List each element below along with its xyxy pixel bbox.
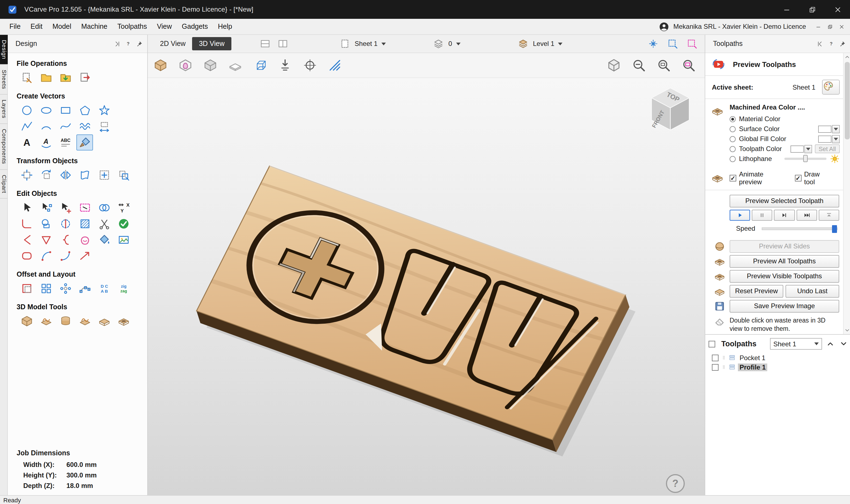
help-button[interactable]: ? [666,474,685,493]
draw-tool-checkbox[interactable] [795,175,801,181]
node-edit-tool-icon[interactable] [38,200,54,216]
layout-text-icon[interactable]: D CA B [96,281,112,296]
preview-all-sides-button[interactable]: Preview All Sides [730,240,839,253]
interactive-move-tool-icon[interactable] [57,200,74,216]
side-tab-sheets[interactable]: Sheets [0,65,8,95]
pin-icon[interactable] [136,40,143,47]
align-objects-icon[interactable] [96,167,112,183]
guides-toggle-icon[interactable] [666,37,680,50]
pin-icon[interactable] [839,40,846,47]
radio-button[interactable] [730,146,736,152]
rotate-object-icon[interactable] [38,167,54,183]
sheet-palette-button[interactable] [822,80,840,95]
menu-machine[interactable]: Machine [76,23,113,31]
drill-toggle-icon[interactable] [276,56,295,75]
radio-button[interactable] [730,126,736,132]
draw-dimension-icon[interactable] [96,119,112,134]
zoom-selection-icon[interactable] [679,56,698,75]
toolpath-checkbox[interactable] [712,364,719,371]
slider-handle[interactable] [803,155,808,162]
toolpath-row-pocket-1[interactable]: Pocket 1 [705,353,850,362]
draw-freehand-icon[interactable] [76,119,93,134]
smooth-tool-icon[interactable] [57,232,74,248]
level-dropdown[interactable]: Level 1 [516,37,563,50]
speed-slider[interactable] [762,227,837,230]
tab-3d-view[interactable]: 3D View [192,37,231,50]
split-horizontal-icon[interactable] [258,37,272,50]
datum-toggle-icon[interactable] [301,56,319,75]
open-file-icon[interactable] [38,70,54,86]
draw-polygon-icon[interactable] [76,102,93,119]
bitmap-tool-icon[interactable] [115,232,132,248]
side-tab-components[interactable]: Components [0,124,8,169]
preview-selected-toolpath-button[interactable]: Preview Selected Toolpath [730,195,839,208]
toolpath-sheet-select[interactable]: Sheet 1 [770,338,822,350]
nesting-icon[interactable]: zigzag [115,281,132,296]
radio-global-fill-color[interactable]: Global Fill Color [730,134,840,144]
menu-file[interactable]: File [4,23,25,31]
view-cube[interactable]: TOP FRONT [646,85,695,133]
split-vertical-icon[interactable] [276,37,290,50]
radio-button[interactable] [730,136,736,142]
import-vectors-icon[interactable] [57,70,74,86]
mirror-object-icon[interactable] [57,167,74,183]
new-file-icon[interactable] [18,70,35,86]
toolpath-color-swatch[interactable] [791,145,804,152]
material-sheet-icon[interactable] [226,56,245,75]
solid-model-icon[interactable] [201,56,220,75]
finish-all-button[interactable] [819,210,839,221]
flood-fill-tool-icon[interactable] [96,232,112,248]
help-icon[interactable]: ? [828,40,835,47]
cut-tool-icon[interactable] [96,216,112,232]
iso-view-icon[interactable] [604,56,623,75]
join-vectors-icon[interactable] [96,200,112,216]
surface-color-dropdown[interactable] [832,125,840,133]
draw-circle-icon[interactable] [18,102,35,119]
toolpath-lines-icon[interactable] [325,56,344,75]
draw-star-icon[interactable] [96,102,112,119]
distort-object-icon[interactable] [76,167,93,183]
toggle-3d-model-icon[interactable] [176,56,195,75]
reset-preview-button[interactable]: Reset Preview [730,285,783,298]
copy-along-path-icon[interactable] [76,281,93,296]
pause-button[interactable] [752,210,772,221]
menu-model[interactable]: Model [47,23,76,31]
lithophane-slider[interactable] [784,158,827,160]
move-toolpath-down-button[interactable] [839,338,849,350]
material-block-icon[interactable] [151,56,170,75]
box-3d-icon[interactable] [96,313,112,329]
menu-gadgets[interactable]: Gadgets [177,23,213,31]
array-copy-icon[interactable] [38,281,54,296]
vector-texture-icon[interactable] [76,134,93,150]
step-forward-button[interactable] [774,210,795,221]
weld-vectors-icon[interactable] [38,216,54,232]
select-tool-icon[interactable] [18,200,35,216]
doc-restore-icon[interactable] [827,23,833,30]
toolpath-row-profile-1[interactable]: Profile 1 [705,362,850,372]
move-object-icon[interactable] [18,167,35,183]
toolpath-checkbox[interactable] [712,354,719,361]
doc-minimize-icon[interactable] [815,23,821,30]
radio-material-color[interactable]: Material Color [730,114,840,124]
close-button[interactable] [825,0,850,19]
draw-rectangle-icon[interactable] [57,102,74,119]
side-tab-clipart[interactable]: Clipart [0,169,8,198]
tab-2d-view[interactable]: 2D View [153,37,192,50]
zoom-out-icon[interactable] [630,56,648,75]
menu-edit[interactable]: Edit [25,23,47,31]
circular-copy-icon[interactable] [57,281,74,296]
draw-text-icon[interactable]: A [18,134,35,150]
scroll-up-icon[interactable] [843,53,850,61]
preview-all-toolpaths-button[interactable]: Preview All Toolpaths [730,255,839,268]
draw-ellipse-icon[interactable] [38,102,54,119]
offset-vectors-icon[interactable] [18,281,35,296]
scrollbar-thumb[interactable] [845,62,849,140]
doc-close-icon[interactable] [839,23,845,30]
curve-fit-tool-icon[interactable] [38,248,54,264]
minimize-button[interactable] [774,0,799,19]
toolpath-color-dropdown[interactable] [804,145,812,153]
menu-toolpaths[interactable]: Toolpaths [112,23,152,31]
restore-button[interactable] [799,0,825,19]
global-fill-color-dropdown[interactable] [832,135,840,143]
help-icon[interactable]: ? [125,40,132,47]
